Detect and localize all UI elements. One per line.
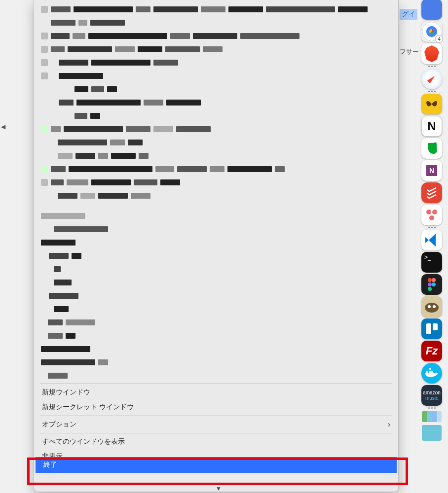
trello-icon (426, 323, 438, 334)
dock-app-terminal[interactable]: >_ (421, 252, 442, 273)
menu-hide[interactable]: 非表示 (34, 449, 398, 457)
dock-badge: 4 (435, 35, 443, 43)
svg-rect-6 (429, 368, 431, 370)
folder-icon (422, 425, 442, 441)
menu-quit[interactable]: 終了 (36, 457, 397, 473)
terminal-icon: >_ (424, 254, 431, 261)
caret-left-icon: ◀ (1, 123, 5, 130)
books-icon (422, 411, 442, 422)
dock-app-gimp[interactable] (421, 296, 442, 317)
chevron-right-icon: › (388, 420, 390, 429)
dock-app-safari[interactable] (421, 69, 442, 89)
svg-point-2 (433, 305, 436, 308)
dock-app-vscode[interactable] (421, 230, 442, 250)
dock-folder[interactable] (421, 424, 442, 441)
background-login-fragment: グイ (400, 9, 417, 20)
asana-icon (425, 210, 438, 220)
checklist-icon (425, 186, 438, 199)
dock-app-todoist[interactable] (421, 182, 442, 203)
app-context-menu: 新規ウインドウ 新規シークレット ウインドウ オプション › すべてのウインドウ… (34, 0, 399, 492)
vscode-icon (424, 232, 440, 248)
compass-icon (427, 74, 436, 83)
dock-app-evernote[interactable] (421, 138, 442, 159)
menu-divider (40, 433, 392, 433)
dock-app-brave[interactable] (421, 43, 442, 64)
amazon-music-icon: amazonmusic (423, 390, 441, 401)
elephant-icon (425, 141, 439, 156)
filezilla-icon: Fz (426, 345, 438, 357)
menu-divider (40, 416, 392, 416)
dock-app-trello[interactable] (421, 318, 442, 339)
dock-app-filezilla[interactable]: Fz (421, 341, 442, 361)
menu-show-all-windows[interactable]: すべてのウインドウを表示 (34, 434, 398, 449)
blurred-window-list (34, 0, 398, 383)
dock-app-chrome[interactable]: 4 (421, 21, 442, 42)
dock-app-generic[interactable] (421, 0, 442, 20)
dock-app-docker[interactable] (421, 363, 442, 384)
svg-rect-4 (429, 371, 431, 373)
chevron-down-icon: ▼ (216, 485, 222, 492)
figma-icon (428, 278, 436, 291)
dock-app-freeplane[interactable] (421, 94, 442, 114)
svg-rect-5 (431, 371, 433, 373)
butterfly-icon (424, 98, 439, 110)
notion-icon: N (427, 119, 436, 133)
dock-app-books[interactable] (421, 410, 442, 423)
svg-rect-3 (426, 371, 428, 373)
menu-new-window[interactable]: 新規ウインドウ (34, 385, 398, 400)
dock-app-onenote[interactable]: N (421, 160, 442, 181)
dock-app-amazon-music[interactable]: amazonmusic (421, 385, 442, 406)
dock-app-figma[interactable] (421, 274, 442, 295)
onenote-icon: N (426, 165, 437, 176)
background-side-text: フサー (400, 47, 419, 56)
menu-divider (40, 384, 392, 384)
gimp-icon (423, 300, 440, 314)
dock-app-notion[interactable]: N (421, 116, 442, 137)
svg-point-1 (428, 305, 431, 308)
dock: 4 N N >_ Fz amazonmusic (417, 0, 446, 441)
menu-options[interactable]: オプション › (34, 417, 398, 432)
svg-point-0 (425, 303, 439, 313)
whale-icon (424, 368, 439, 379)
dock-app-asana[interactable] (421, 205, 442, 225)
menu-new-incognito-window[interactable]: 新規シークレット ウインドウ (34, 400, 398, 415)
brave-icon (424, 45, 439, 62)
